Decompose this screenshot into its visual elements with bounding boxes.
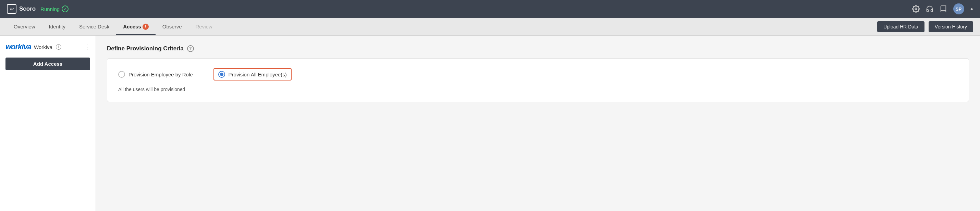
workiva-logo: workiva Workiva i (5, 43, 61, 51)
content-area: Define Provisioning Criteria ? Provision… (96, 36, 980, 211)
book-icon[interactable] (940, 5, 947, 13)
avatar[interactable]: SP (953, 3, 964, 14)
avatar-initials: SP (956, 6, 961, 12)
nav-right: SP ● (912, 3, 973, 14)
radio-option-employee-by-role[interactable]: Provision Employee by Role (118, 71, 193, 78)
radio-option-all-employees-wrapper: Provision All Employee(s) (213, 68, 291, 81)
headset-icon[interactable] (926, 5, 934, 13)
radio-circle-2-selected (218, 71, 225, 78)
tab-review[interactable]: Review (189, 18, 219, 35)
workiva-logo-mark: workiva (5, 43, 31, 51)
status-label: Running (40, 6, 60, 12)
svg-point-0 (915, 8, 917, 10)
radio-options: Provision Employee by Role Provision All… (118, 68, 958, 81)
radio-circle-1 (118, 71, 125, 78)
sidebar: workiva Workiva i ⋮ Add Access (0, 36, 96, 211)
status-check-icon: ✓ (62, 5, 68, 12)
app-status: Running ✓ (40, 5, 68, 12)
version-history-button[interactable]: Version History (929, 21, 973, 32)
tab-bar-actions: Upload HR Data Version History (877, 21, 973, 32)
tab-observe[interactable]: Observe (156, 18, 189, 35)
tab-access[interactable]: Access ! (116, 18, 156, 35)
sidebar-more-icon[interactable]: ⋮ (84, 43, 90, 51)
tabs-container: Overview Identity Service Desk Access ! … (7, 18, 219, 35)
workiva-info-icon[interactable]: i (56, 44, 61, 50)
upload-hr-data-button[interactable]: Upload HR Data (877, 21, 924, 32)
section-title-container: Define Provisioning Criteria ? (107, 45, 969, 52)
notification-icon[interactable]: ● (970, 6, 973, 12)
provisioning-card: Provision Employee by Role Provision All… (107, 58, 969, 102)
section-title-text: Define Provisioning Criteria (107, 45, 184, 52)
tab-overview[interactable]: Overview (7, 18, 42, 35)
sidebar-header: workiva Workiva i ⋮ (5, 43, 90, 51)
app-logo[interactable]: ↩ Scoro (7, 4, 36, 14)
tab-identity[interactable]: Identity (42, 18, 72, 35)
radio-label-2: Provision All Employee(s) (229, 71, 287, 78)
nav-left: ↩ Scoro Running ✓ (7, 4, 68, 14)
provision-description: All the users will be provisioned (118, 87, 958, 92)
add-access-button[interactable]: Add Access (5, 57, 90, 70)
tab-service-desk[interactable]: Service Desk (72, 18, 116, 35)
tab-bar: Overview Identity Service Desk Access ! … (0, 18, 980, 36)
access-badge: ! (143, 24, 149, 30)
logo-icon: ↩ (7, 4, 16, 14)
top-navbar: ↩ Scoro Running ✓ SP ● (0, 0, 980, 18)
app-name: Scoro (19, 5, 36, 12)
help-icon[interactable]: ? (187, 45, 194, 52)
settings-icon[interactable] (912, 5, 920, 13)
radio-option-all-employees[interactable]: Provision All Employee(s) (218, 71, 287, 78)
radio-label-1: Provision Employee by Role (129, 71, 193, 78)
main-content: workiva Workiva i ⋮ Add Access Define Pr… (0, 36, 980, 211)
workiva-app-name: Workiva (34, 44, 52, 50)
